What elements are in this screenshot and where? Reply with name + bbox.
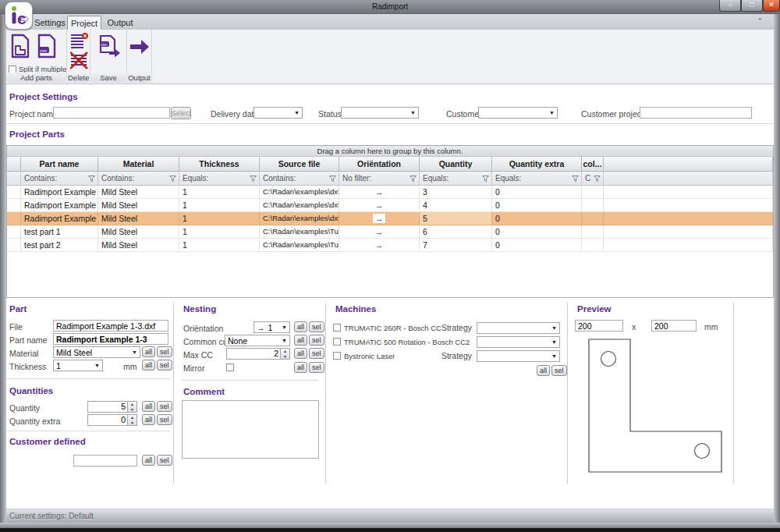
- cell-orientation[interactable]: →: [339, 199, 420, 212]
- cell-col[interactable]: [582, 186, 604, 199]
- cell-thickness[interactable]: 1: [179, 199, 260, 212]
- all-button[interactable]: all: [294, 362, 307, 373]
- filter-funnel-icon[interactable]: [594, 176, 601, 182]
- orientation-combo[interactable]: → 1 ▼: [254, 321, 290, 333]
- filter-thickness[interactable]: Equals:: [179, 172, 260, 186]
- file-input[interactable]: [53, 320, 168, 332]
- header-source-file[interactable]: Source file: [260, 157, 339, 172]
- sel-button[interactable]: sel: [309, 321, 324, 332]
- output-button[interactable]: [129, 39, 150, 55]
- split-if-multiple-checkbox[interactable]: [9, 66, 16, 73]
- cell-part-name[interactable]: test part 2: [21, 239, 98, 252]
- row-selector[interactable]: [7, 212, 21, 225]
- spinner-arrows-icon[interactable]: ▲▼: [280, 349, 289, 359]
- delivery-date-combo[interactable]: ▼: [254, 107, 303, 119]
- filter-funnel-icon[interactable]: [169, 176, 176, 182]
- cell-orientation[interactable]: →: [339, 239, 420, 252]
- sel-button[interactable]: sel: [551, 365, 567, 376]
- part-name-input[interactable]: [53, 333, 168, 345]
- preview-width-input[interactable]: [575, 320, 623, 332]
- sel-button[interactable]: sel: [309, 348, 324, 359]
- filter-orientation[interactable]: No filter:: [339, 172, 420, 186]
- filter-part-name[interactable]: Contains:: [21, 172, 98, 186]
- cell-quantity[interactable]: 3: [420, 186, 492, 199]
- filter-funnel-icon[interactable]: [410, 176, 417, 182]
- select-button[interactable]: Select: [171, 107, 191, 119]
- sel-button[interactable]: sel: [157, 346, 172, 357]
- cell-orientation[interactable]: →: [339, 212, 420, 225]
- all-button[interactable]: all: [294, 335, 307, 346]
- title-bar[interactable]: Radimport: [0, 0, 780, 14]
- header-part-name[interactable]: Part name: [21, 157, 98, 172]
- cell-quantity-extra[interactable]: 0: [492, 186, 582, 199]
- group-by-bar[interactable]: Drag a column here to group by this colu…: [7, 146, 773, 157]
- table-row[interactable]: test part 2 Mild Steel 1 C:\Radan\exampl…: [7, 239, 773, 252]
- header-material[interactable]: Material: [98, 157, 179, 172]
- all-button[interactable]: all: [142, 414, 155, 425]
- all-button[interactable]: all: [142, 360, 155, 371]
- cell-quantity[interactable]: 4: [420, 199, 492, 212]
- strategy-combo[interactable]: ▼: [477, 336, 560, 348]
- customer-project-input[interactable]: [640, 107, 752, 119]
- cell-thickness[interactable]: 1: [179, 239, 260, 252]
- cell-col[interactable]: [582, 225, 604, 239]
- header-quantity[interactable]: Quantity: [420, 157, 492, 172]
- all-button[interactable]: all: [142, 455, 155, 466]
- tab-output[interactable]: Output: [103, 16, 137, 30]
- header-orientation[interactable]: Oriëntation: [339, 157, 420, 172]
- cell-orientation[interactable]: →: [339, 225, 420, 239]
- cell-quantity-extra[interactable]: 0: [492, 199, 582, 212]
- strategy-combo[interactable]: ▼: [477, 322, 560, 334]
- cell-thickness[interactable]: 1: [179, 186, 260, 199]
- filter-material[interactable]: Contains:: [98, 172, 179, 186]
- cell-material[interactable]: Mild Steel: [98, 199, 179, 212]
- all-button[interactable]: all: [294, 348, 307, 359]
- cell-source-file[interactable]: C:\Radan\examples\Tutori...: [260, 239, 339, 252]
- cell-col[interactable]: [582, 212, 604, 225]
- cell-material[interactable]: Mild Steel: [98, 239, 179, 252]
- customer-defined-input[interactable]: [73, 455, 137, 466]
- header-thickness[interactable]: Thickness: [179, 157, 260, 172]
- table-row[interactable]: Radimport Example 1-1 Mild Steel 1 C:\Ra…: [7, 186, 773, 199]
- cell-orientation[interactable]: →: [339, 186, 420, 199]
- cell-quantity-extra[interactable]: 0: [492, 225, 582, 239]
- cell-col[interactable]: [582, 199, 604, 212]
- sel-button[interactable]: sel: [157, 360, 172, 371]
- sel-button[interactable]: sel: [309, 335, 324, 346]
- spinner-arrows-icon[interactable]: ▲▼: [127, 415, 136, 425]
- material-combo[interactable]: Mild Steel▼: [53, 346, 140, 358]
- thickness-combo[interactable]: 1▼: [53, 360, 103, 371]
- sel-button[interactable]: sel: [309, 362, 324, 373]
- row-selector[interactable]: [7, 186, 21, 199]
- maximize-button[interactable]: □: [741, 0, 763, 12]
- ribbon-collapse-chevron[interactable]: ⌃: [757, 17, 763, 25]
- filter-quantity[interactable]: Equals:: [420, 172, 492, 186]
- app-logo[interactable]: e: [5, 2, 33, 30]
- row-selector[interactable]: [7, 225, 21, 239]
- filter-funnel-icon[interactable]: [482, 176, 489, 182]
- delete-button[interactable]: [70, 32, 88, 71]
- all-button[interactable]: all: [537, 365, 550, 376]
- all-button[interactable]: all: [142, 346, 155, 357]
- filter-source-file[interactable]: Contains:: [260, 172, 339, 186]
- sel-button[interactable]: sel: [157, 414, 172, 425]
- table-row-selected[interactable]: Radimport Example 1-3 Mild Steel 1 C:\Ra…: [7, 212, 773, 225]
- common-cut-combo[interactable]: None▼: [225, 335, 290, 346]
- quantity-stepper[interactable]: 5 ▲▼: [87, 401, 137, 413]
- header-quantity-extra[interactable]: Quantity extra: [492, 157, 582, 172]
- filter-funnel-icon[interactable]: [329, 176, 336, 182]
- cell-thickness[interactable]: 1: [179, 225, 260, 239]
- quantity-extra-stepper[interactable]: 0 ▲▼: [87, 414, 137, 426]
- cell-part-name[interactable]: Radimport Example 1-3: [21, 212, 98, 225]
- all-button[interactable]: all: [142, 401, 155, 412]
- filter-quantity-extra[interactable]: Equals:: [492, 172, 582, 186]
- table-row[interactable]: test part 1 Mild Steel 1 C:\Radan\exampl…: [7, 225, 773, 239]
- filter-funnel-icon[interactable]: [250, 176, 257, 182]
- cell-quantity-extra[interactable]: 0: [492, 212, 582, 225]
- status-combo[interactable]: ▼: [341, 107, 419, 119]
- preview-height-input[interactable]: [651, 320, 697, 332]
- save-project-button[interactable]: csv: [98, 35, 122, 59]
- mirror-checkbox[interactable]: [226, 364, 234, 371]
- cell-quantity[interactable]: 7: [420, 239, 492, 252]
- comment-textarea[interactable]: [182, 400, 319, 459]
